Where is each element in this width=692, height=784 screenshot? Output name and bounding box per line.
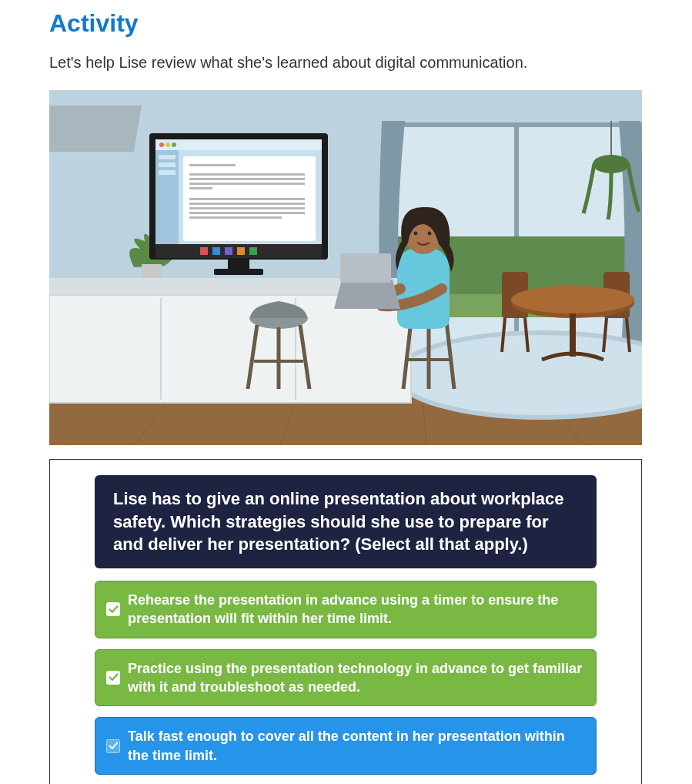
svg-rect-70 [214, 269, 263, 275]
svg-rect-67 [237, 247, 245, 255]
svg-rect-62 [189, 216, 282, 219]
svg-rect-66 [225, 247, 232, 255]
svg-rect-57 [189, 187, 212, 189]
option-1[interactable]: Rehearse the presentation in advance usi… [95, 581, 597, 638]
option-1-text: Rehearse the presentation in advance usi… [128, 591, 583, 628]
desktop-monitor [149, 133, 328, 275]
svg-rect-78 [340, 253, 391, 283]
option-2-text: Practice using the presentation technolo… [128, 659, 583, 697]
svg-rect-65 [212, 247, 220, 255]
checkbox-checked-icon [106, 671, 120, 685]
svg-rect-31 [142, 264, 162, 278]
svg-rect-58 [189, 198, 305, 200]
svg-rect-64 [200, 247, 208, 255]
svg-rect-51 [159, 170, 176, 175]
svg-point-77 [428, 232, 432, 236]
svg-point-46 [165, 142, 170, 147]
svg-rect-68 [249, 247, 257, 255]
activity-intro: Let's help Lise review what she's learne… [49, 52, 643, 73]
svg-rect-61 [189, 212, 305, 214]
checkbox-unselected-icon [106, 739, 120, 753]
option-3-text: Talk fast enough to cover all the conten… [128, 727, 583, 765]
svg-point-76 [414, 232, 418, 236]
svg-rect-53 [189, 164, 236, 166]
option-3[interactable]: Talk fast enough to cover all the conten… [95, 717, 597, 775]
svg-rect-60 [189, 207, 305, 209]
svg-rect-25 [570, 313, 576, 357]
option-2[interactable]: Practice using the presentation technolo… [95, 649, 597, 707]
svg-rect-50 [159, 162, 176, 167]
svg-rect-59 [189, 203, 305, 205]
checkbox-checked-icon [106, 602, 120, 616]
svg-rect-55 [189, 178, 305, 180]
svg-rect-69 [228, 260, 249, 270]
activity-question-box: Lise has to give an online presentation … [49, 459, 642, 784]
svg-rect-54 [189, 173, 305, 176]
svg-rect-56 [189, 183, 305, 185]
svg-rect-49 [159, 155, 176, 159]
svg-rect-33 [49, 295, 411, 403]
svg-point-45 [159, 142, 164, 147]
svg-rect-44 [155, 139, 322, 150]
question-stem: Lise has to give an online presentation … [95, 475, 597, 568]
svg-point-24 [511, 286, 634, 313]
activity-heading: Activity [49, 9, 643, 38]
svg-point-47 [172, 142, 176, 147]
scene-illustration [49, 90, 642, 445]
